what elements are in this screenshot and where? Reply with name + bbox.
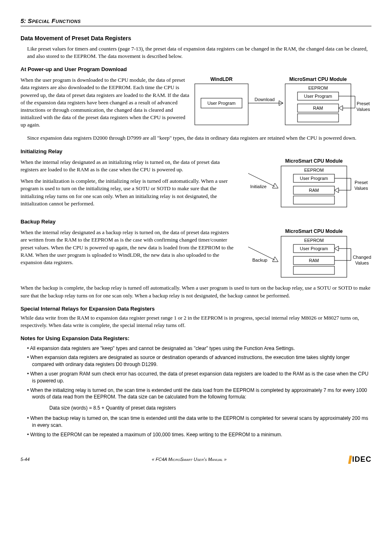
notes-list: When the backup relay is turned on, the … bbox=[27, 415, 371, 438]
page-number: 5-44 bbox=[21, 456, 30, 463]
body-text: When the initialization is complete, the… bbox=[21, 177, 236, 207]
diagram-backup: MicroSmart CPU Module Backup EEPROM User… bbox=[236, 227, 371, 283]
chapter-number: 5: bbox=[21, 17, 26, 24]
svg-marker-31 bbox=[334, 246, 339, 251]
diagram-label: Preset bbox=[357, 101, 370, 106]
diagram-label: RAM bbox=[309, 188, 319, 193]
list-item: When a user program RAM sum check error … bbox=[27, 371, 371, 385]
subsection-heading: Backup Relay bbox=[21, 218, 371, 226]
diagram-label: User Program bbox=[304, 94, 332, 99]
svg-marker-11 bbox=[339, 106, 343, 111]
body-text: Since expansion data registers D2000 thr… bbox=[27, 134, 371, 142]
body-text: When the internal relay designated as a … bbox=[21, 229, 236, 266]
diagram-label: EEPROM bbox=[308, 85, 328, 90]
brand-logo: IDEC bbox=[349, 454, 371, 465]
logo-bar-icon bbox=[348, 456, 352, 464]
svg-rect-17 bbox=[293, 196, 334, 204]
formula-text: Data size (words) = 8.5 + Quantity of pr… bbox=[49, 405, 371, 412]
list-item: When expansion data registers are design… bbox=[27, 354, 371, 368]
diagram-label: RAM bbox=[309, 258, 319, 263]
diagram-label: Values bbox=[355, 186, 368, 191]
diagram-label: Preset bbox=[355, 180, 368, 185]
chapter-header: 5: Special Functions bbox=[21, 16, 371, 26]
list-item: When the backup relay is turned on, the … bbox=[27, 415, 371, 429]
body-text: When the user program is downloaded to t… bbox=[21, 76, 191, 129]
list-item: All expansion data registers are "keep" … bbox=[27, 345, 371, 352]
diagram-label: User Program bbox=[300, 176, 328, 181]
subsection-heading: Special Internal Relays for Expansion Da… bbox=[21, 305, 371, 313]
diagram-power-up: WindLDR MicroSmart CPU Module User Progr… bbox=[191, 75, 371, 132]
diagram-label: MicroSmart CPU Module bbox=[289, 76, 347, 82]
body-text: When the backup is complete, the backup … bbox=[21, 284, 371, 299]
body-text: While data write from the RAM to expansi… bbox=[21, 314, 371, 329]
diagram-label: User Program bbox=[208, 101, 235, 106]
diagram-label: MicroSmart CPU Module bbox=[285, 158, 343, 164]
diagram-label: Initialize bbox=[250, 184, 267, 189]
svg-rect-7 bbox=[297, 114, 339, 122]
diagram-label: EEPROM bbox=[304, 238, 324, 243]
page-footer: 5-44 « FC4A MicroSmart User's Manual » I… bbox=[21, 454, 371, 465]
diagram-label: WindLDR bbox=[210, 76, 233, 82]
svg-marker-21 bbox=[334, 188, 339, 193]
chapter-title-word: Functions bbox=[52, 17, 81, 24]
diagram-label: Backup bbox=[252, 258, 267, 263]
svg-rect-27 bbox=[293, 266, 334, 274]
diagram-label: RAM bbox=[313, 106, 323, 111]
diagram-label: EEPROM bbox=[304, 168, 324, 173]
subsection-heading: Notes for Using Expansion Data Registers… bbox=[21, 335, 371, 342]
subsection-heading: At Power-up and User Program Download bbox=[21, 66, 371, 73]
subsection-heading: Initializing Relay bbox=[21, 148, 371, 155]
chapter-title-word: Special bbox=[28, 17, 50, 24]
diagram-label: User Program bbox=[300, 246, 328, 251]
body-text: When the internal relay designated as an… bbox=[21, 159, 236, 173]
diagram-initialize: MicroSmart CPU Module Initialize EEPROM … bbox=[236, 157, 371, 212]
logo-text: IDEC bbox=[352, 454, 371, 465]
list-item: Writing to the EEPROM can be repeated a … bbox=[27, 431, 371, 438]
diagram-label: MicroSmart CPU Module bbox=[285, 228, 343, 234]
diagram-label: Values bbox=[357, 107, 370, 112]
diagram-label: Changed bbox=[353, 255, 371, 260]
intro-paragraph: Like preset values for timers and counte… bbox=[27, 45, 371, 60]
list-item: When the initializing relay is turned on… bbox=[27, 387, 371, 401]
manual-title: « FC4A MicroSmart User's Manual » bbox=[152, 456, 227, 463]
section-heading: Data Movement of Preset Data Registers bbox=[21, 35, 371, 43]
diagram-label: Values bbox=[355, 260, 369, 265]
diagram-label: Download bbox=[255, 97, 275, 102]
notes-list: All expansion data registers are "keep" … bbox=[27, 345, 371, 401]
